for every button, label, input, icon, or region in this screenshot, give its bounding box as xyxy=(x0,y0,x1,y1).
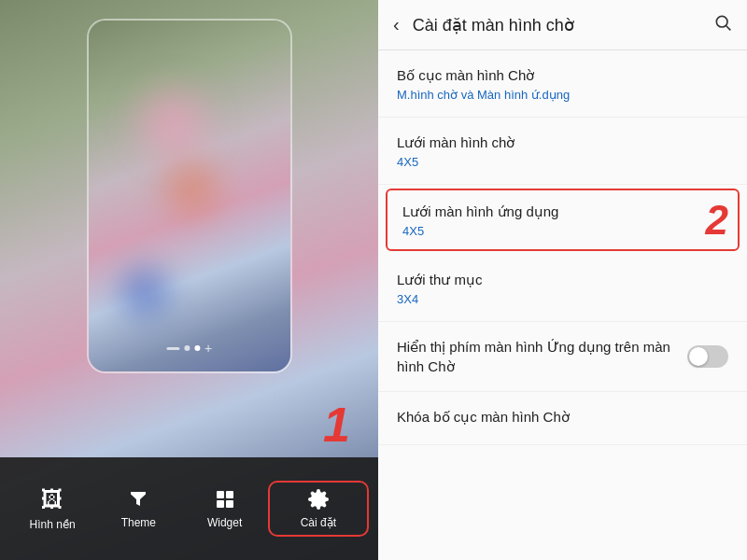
setting-grid-app[interactable]: Lưới màn hình ứng dụng 4X5 2 xyxy=(386,189,740,251)
right-panel: ‹ Cài đặt màn hình chờ Bố cục màn hình C… xyxy=(378,0,747,560)
setting-grid-folder-title: Lưới thư mục xyxy=(397,270,728,289)
svg-point-4 xyxy=(716,16,727,27)
step-badge-2: 2 xyxy=(706,197,728,244)
svg-rect-3 xyxy=(226,500,233,508)
setting-grid-home[interactable]: Lưới màn hình chờ 4X5 xyxy=(378,118,747,185)
page-add-icon: + xyxy=(204,342,212,355)
phone-screen: + xyxy=(89,21,290,371)
setting-layout-title: Bố cục màn hình Chờ xyxy=(397,65,728,85)
setting-lock-layout[interactable]: Khóa bố cục màn hình Chờ xyxy=(378,392,747,445)
page-indicator: + xyxy=(166,342,212,355)
settings-label: Cài đặt xyxy=(301,516,336,529)
left-panel: + 1 🖼 Hình nền Theme xyxy=(0,0,378,560)
svg-rect-1 xyxy=(226,491,233,498)
blur-blob-3 xyxy=(107,250,182,334)
theme-icon xyxy=(127,488,149,511)
svg-rect-0 xyxy=(217,491,224,498)
wallpaper-icon: 🖼 xyxy=(41,486,63,512)
setting-grid-app-title: Lưới màn hình ứng dụng xyxy=(402,202,723,221)
bottom-bar: 🖼 Hình nền Theme Widget xyxy=(0,457,378,560)
setting-layout-subtitle: M.hình chờ và Màn hình ứ.dụng xyxy=(397,88,728,102)
settings-header: ‹ Cài đặt màn hình chờ xyxy=(378,0,747,50)
settings-icon xyxy=(307,488,330,511)
wallpaper-label: Hình nền xyxy=(30,518,76,531)
bottom-item-wallpaper[interactable]: 🖼 Hình nền xyxy=(9,479,95,539)
setting-apps-button[interactable]: Hiển thị phím màn hình Ứng dụng trên màn… xyxy=(378,322,747,392)
theme-label: Theme xyxy=(121,516,156,529)
blur-blob-2 xyxy=(145,151,238,226)
widget-icon xyxy=(214,488,236,511)
apps-toggle-row: Hiển thị phím màn hình Ứng dụng trên màn… xyxy=(397,337,728,376)
page-dot-1 xyxy=(184,345,190,351)
setting-grid-folder[interactable]: Lưới thư mục 3X4 xyxy=(378,255,747,322)
widget-label: Widget xyxy=(207,516,242,529)
setting-lock-layout-title: Khóa bố cục màn hình Chờ xyxy=(397,407,728,427)
page-dot-2 xyxy=(194,345,200,351)
setting-layout[interactable]: Bố cục màn hình Chờ M.hình chờ và Màn hì… xyxy=(378,50,747,118)
step-badge-1: 1 xyxy=(323,397,350,453)
bottom-item-theme[interactable]: Theme xyxy=(95,481,181,537)
phone-preview-frame: + xyxy=(87,19,292,373)
apps-button-title: Hiển thị phím màn hình Ứng dụng trên màn… xyxy=(397,337,687,376)
page-dot-dash xyxy=(166,347,179,350)
setting-grid-app-subtitle: 4X5 xyxy=(402,224,723,238)
page-title: Cài đặt màn hình chờ xyxy=(413,15,704,35)
setting-grid-home-subtitle: 4X5 xyxy=(397,155,728,169)
apps-toggle-switch[interactable] xyxy=(687,345,728,368)
setting-grid-folder-subtitle: 3X4 xyxy=(397,292,728,306)
bottom-item-widget[interactable]: Widget xyxy=(182,481,268,537)
bottom-item-settings[interactable]: Cài đặt xyxy=(268,481,369,537)
svg-line-5 xyxy=(726,26,731,31)
back-button[interactable]: ‹ xyxy=(393,14,400,35)
setting-grid-home-title: Lưới màn hình chờ xyxy=(397,133,728,152)
search-button[interactable] xyxy=(713,13,732,36)
settings-list: Bố cục màn hình Chờ M.hình chờ và Màn hì… xyxy=(378,50,747,560)
svg-rect-2 xyxy=(217,500,224,508)
